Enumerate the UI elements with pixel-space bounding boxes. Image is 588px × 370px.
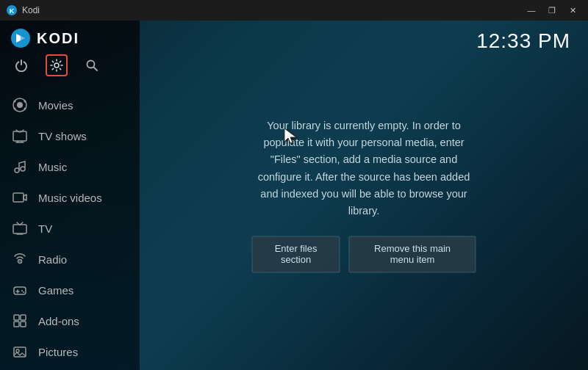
musicvideos-label: Music videos [38, 192, 102, 204]
svg-point-12 [24, 108, 26, 110]
svg-rect-20 [14, 287, 26, 294]
library-empty-text: Your library is currently empty. In orde… [252, 117, 476, 220]
sidebar-item-radio[interactable]: Radio [0, 244, 140, 275]
pictures-icon [12, 344, 28, 360]
sidebar-item-tvshows[interactable]: TV shows [0, 120, 140, 151]
svg-point-5 [54, 63, 59, 68]
kodi-emblem-icon [10, 28, 31, 48]
svg-rect-25 [14, 322, 19, 327]
library-message: Your library is currently empty. In orde… [252, 117, 476, 272]
svg-point-10 [24, 101, 26, 103]
games-icon [12, 282, 28, 298]
power-icon [15, 59, 28, 72]
svg-point-15 [21, 167, 25, 171]
svg-point-14 [15, 168, 19, 173]
sidebar-header: KODI [0, 21, 140, 54]
title-bar: K Kodi — ❐ ✕ [0, 0, 588, 21]
kodi-logo-text: KODI [37, 30, 79, 47]
tv-icon [12, 220, 28, 236]
close-button[interactable]: ✕ [563, 3, 582, 18]
settings-button[interactable] [46, 54, 68, 76]
sidebar-item-music[interactable]: Music [0, 151, 140, 182]
music-icon [12, 159, 28, 175]
search-icon [85, 59, 98, 72]
movies-label: Movies [38, 99, 74, 112]
svg-rect-13 [13, 131, 26, 141]
svg-rect-24 [21, 315, 26, 320]
kodi-logo: KODI [10, 28, 79, 48]
svg-text:K: K [10, 7, 15, 15]
sidebar-item-musicvideos[interactable]: Music videos [0, 182, 140, 213]
sidebar-item-pictures[interactable]: Pictures [0, 336, 140, 367]
svg-point-28 [16, 349, 19, 352]
main-content: 12:33 PM Your library is currently empty… [140, 21, 588, 370]
nav-list: Movies TV shows [0, 85, 140, 370]
tv-label: TV [38, 222, 52, 235]
settings-icon [50, 59, 63, 72]
svg-point-22 [23, 291, 24, 293]
radio-label: Radio [38, 253, 67, 266]
app-window: KODI [0, 21, 588, 370]
remove-menu-item-button[interactable]: Remove this main menu item [349, 236, 476, 273]
kodi-title-icon: K [6, 4, 18, 16]
svg-point-19 [19, 261, 21, 262]
svg-rect-16 [13, 193, 24, 202]
sidebar: KODI [0, 21, 140, 370]
musicvideos-icon [12, 189, 28, 206]
movies-icon [12, 97, 28, 113]
addons-icon [12, 313, 28, 329]
power-button[interactable] [10, 54, 32, 76]
tvshows-label: TV shows [38, 130, 87, 142]
addons-label: Add-ons [38, 315, 79, 327]
music-label: Music [38, 161, 67, 173]
svg-point-21 [21, 290, 23, 291]
svg-point-11 [14, 108, 16, 110]
svg-rect-23 [14, 315, 19, 320]
sidebar-item-movies[interactable]: Movies [0, 90, 140, 120]
svg-point-9 [14, 101, 16, 103]
window-controls: — ❐ ✕ [522, 3, 582, 18]
svg-rect-17 [13, 225, 26, 233]
quick-controls [0, 54, 140, 85]
games-label: Games [38, 284, 74, 297]
time-display: 12:33 PM [476, 29, 570, 53]
svg-point-8 [17, 102, 23, 108]
svg-rect-26 [21, 322, 26, 327]
minimize-button[interactable]: — [522, 3, 541, 18]
enter-files-button[interactable]: Enter files section [252, 236, 340, 273]
pictures-label: Pictures [38, 346, 78, 358]
sidebar-item-games[interactable]: Games [0, 275, 140, 305]
sidebar-item-addons[interactable]: Add-ons [0, 305, 140, 336]
library-actions: Enter files section Remove this main men… [252, 236, 476, 273]
maximize-button[interactable]: ❐ [542, 3, 562, 18]
title-bar-left: K Kodi [6, 4, 40, 16]
sidebar-item-tv[interactable]: TV [0, 213, 140, 244]
title-bar-title: Kodi [22, 5, 40, 15]
search-button[interactable] [81, 54, 103, 76]
tvshows-icon [12, 128, 28, 144]
radio-icon [12, 251, 28, 267]
